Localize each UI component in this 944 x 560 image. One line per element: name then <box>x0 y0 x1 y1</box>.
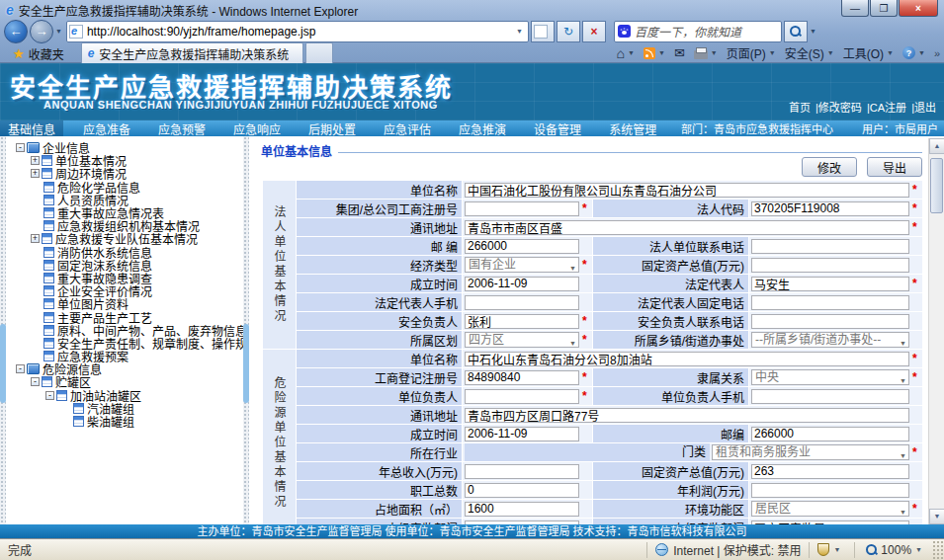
g0-r8-right-select[interactable]: --所属乡镇/街道办事处-- <box>751 332 909 348</box>
nav-item-5[interactable]: 应急评估 <box>376 120 439 137</box>
g0-r5-left-input[interactable] <box>465 277 579 291</box>
zoom-level[interactable]: 100% <box>881 543 911 557</box>
g0-r5-right-input[interactable] <box>751 277 909 291</box>
protected-dropdown-icon[interactable]: ▼ <box>833 546 840 553</box>
history-dropdown-icon[interactable]: ▼ <box>55 28 62 35</box>
minimize-button[interactable]: — <box>841 0 869 17</box>
g0-r3-right-input[interactable] <box>751 239 909 254</box>
nav-item-3[interactable]: 应急响应 <box>225 120 289 137</box>
g0-r4-left-select[interactable]: 国有企业 <box>465 257 579 273</box>
g0-r3-left-input[interactable] <box>465 239 579 254</box>
tree-expander-icon[interactable]: - <box>16 143 25 152</box>
tree-item-17[interactable]: -危险源信息 <box>8 362 241 375</box>
protected-mode-icon[interactable] <box>817 543 829 556</box>
nav-item-2[interactable]: 应急预警 <box>150 120 214 137</box>
address-field[interactable]: e http://localhost:90/yjzh/frame/homepag… <box>66 21 529 42</box>
g1-r1-left-input[interactable] <box>465 370 579 385</box>
g0-r4-right-input[interactable] <box>751 258 909 273</box>
feeds-button[interactable]: ▼ <box>644 47 665 59</box>
g1-r2-right-input[interactable] <box>751 389 909 404</box>
g0-r7-right-label: 安全负责人联系电话 <box>593 312 749 331</box>
maximize-button[interactable]: ❐ <box>870 0 898 17</box>
menu-page[interactable]: 页面(P)▼ <box>727 44 776 61</box>
link-ca-register[interactable]: |CA注册 <box>867 102 906 114</box>
favorites-label: 收藏夹 <box>29 45 64 62</box>
new-tab-button[interactable] <box>305 42 333 63</box>
scrollbar-thumb[interactable] <box>930 158 943 213</box>
g0-r7-left-input[interactable] <box>465 314 579 329</box>
nav-item-1[interactable]: 应急准备 <box>75 120 138 137</box>
tree-item-21[interactable]: 柴油罐组 <box>8 415 241 428</box>
g0-r1-left-input[interactable] <box>465 201 579 216</box>
back-button[interactable]: ← <box>4 20 28 43</box>
g1-r6-left-cell <box>463 462 593 481</box>
refresh-button[interactable]: ↻ <box>557 21 580 42</box>
g0-r8-left-select[interactable]: 四方区 <box>465 332 579 348</box>
g0-r6-left-input[interactable] <box>465 295 579 310</box>
nav-item-8[interactable]: 系统管理 <box>601 120 664 137</box>
nav-item-7[interactable]: 设备管理 <box>526 120 589 137</box>
tree-expander-icon[interactable]: - <box>45 391 54 400</box>
link-change-password[interactable]: |修改密码 <box>815 102 862 114</box>
g1-r2-left-input[interactable] <box>465 389 579 404</box>
g1-r0-input[interactable] <box>465 352 909 366</box>
g1-r7-right-input[interactable] <box>751 483 909 498</box>
tree-expander-icon[interactable]: - <box>31 377 40 386</box>
unit-info-form: 法人单位基本情况单位名称*集团/总公司工商注册号*法人代码*通讯地址*邮 编法人… <box>262 180 922 524</box>
resize-grip[interactable] <box>932 539 944 560</box>
compatibility-view-button[interactable] <box>531 21 555 42</box>
home-button[interactable]: ⌂▼ <box>617 45 635 61</box>
link-logout[interactable]: |退出 <box>911 102 936 114</box>
export-button[interactable]: 导出 <box>867 157 922 177</box>
g1-r7-left-input[interactable] <box>465 483 579 498</box>
address-dropdown-icon[interactable]: ▼ <box>513 28 526 35</box>
g1-r3-input[interactable] <box>465 408 909 423</box>
close-button[interactable]: × <box>899 0 938 17</box>
g1-r8-right-select[interactable]: 居民区 <box>751 501 909 517</box>
search-dropdown-icon[interactable]: ▼ <box>810 28 816 35</box>
tree-item-label[interactable]: 柴油罐组 <box>87 413 134 430</box>
overflow-chevron-icon[interactable]: » <box>934 47 940 59</box>
tree-expander-icon[interactable]: - <box>16 364 25 373</box>
menu-tools[interactable]: 工具(O)▼ <box>843 44 894 61</box>
favorites-button[interactable]: ★ 收藏夹 <box>4 44 73 63</box>
link-home[interactable]: 首页 <box>789 102 811 114</box>
form-scrollbar[interactable]: ▲ ▼ <box>928 138 944 524</box>
stop-button[interactable]: × <box>582 21 606 42</box>
g0-r2-input[interactable] <box>465 220 909 235</box>
scroll-up-arrow[interactable]: ▲ <box>929 138 944 154</box>
g1-r1-right-select[interactable]: 中央 <box>751 369 909 385</box>
g1-r5-select[interactable]: 租赁和商务服务业 <box>712 444 909 460</box>
g1-r4-right-input[interactable] <box>751 427 909 441</box>
nav-item-4[interactable]: 后期处置 <box>300 120 364 137</box>
document-icon <box>43 195 54 205</box>
help-button[interactable]: ?▼ <box>902 46 925 59</box>
print-button[interactable]: ▼ <box>694 47 718 59</box>
search-input[interactable]: 百度一下，你就知道 <box>635 23 778 40</box>
tree-expander-icon[interactable]: + <box>31 169 40 178</box>
g0-r7-right-input[interactable] <box>751 314 909 329</box>
tree-expander-icon[interactable]: + <box>31 234 40 243</box>
g1-r4-left-input[interactable] <box>465 427 579 441</box>
tab-active[interactable]: e 安全生产应急救援指挥辅助决策系统 <box>81 42 303 63</box>
zoom-dropdown-icon[interactable]: ▼ <box>915 546 922 553</box>
g1-r6-right-input[interactable] <box>751 464 909 479</box>
g0-r0-input[interactable] <box>465 183 909 198</box>
menu-security[interactable]: 安全(S)▼ <box>785 44 834 61</box>
tree-expander-icon[interactable]: + <box>31 156 40 165</box>
url-text[interactable]: http://localhost:90/yjzh/frame/homepage.… <box>87 25 513 39</box>
required-asterisk: * <box>912 370 920 384</box>
nav-item-6[interactable]: 应急推演 <box>451 120 514 137</box>
nav-item-0[interactable]: 基础信息 <box>0 120 63 137</box>
search-box[interactable]: 百度一下，你就知道 <box>614 21 782 42</box>
scroll-down-arrow[interactable]: ▼ <box>929 509 944 524</box>
g1-r8-left-input[interactable] <box>465 502 579 517</box>
g0-r6-right-input[interactable] <box>751 295 909 310</box>
read-mail-button[interactable]: ✉ <box>674 45 685 60</box>
forward-button[interactable]: → <box>30 20 53 43</box>
zoom-control[interactable]: 100% ▼ <box>863 543 928 557</box>
edit-button[interactable]: 修改 <box>802 157 857 177</box>
g1-r6-left-input[interactable] <box>465 464 579 479</box>
g0-r1-right-input[interactable] <box>751 201 909 216</box>
search-button[interactable] <box>784 21 808 42</box>
